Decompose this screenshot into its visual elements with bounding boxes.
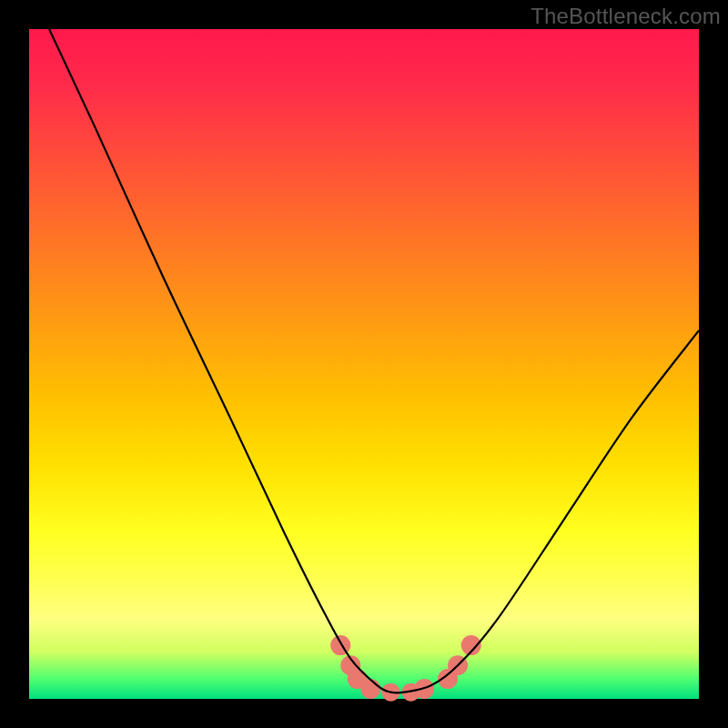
curve-layer [29,29,699,699]
highlight-dot [330,635,350,655]
bottleneck-curve [49,29,699,693]
plot-area [29,29,699,699]
highlight-dot [360,679,380,699]
watermark-text: TheBottleneck.com [531,4,721,29]
outer-frame: TheBottleneck.com [0,0,728,728]
